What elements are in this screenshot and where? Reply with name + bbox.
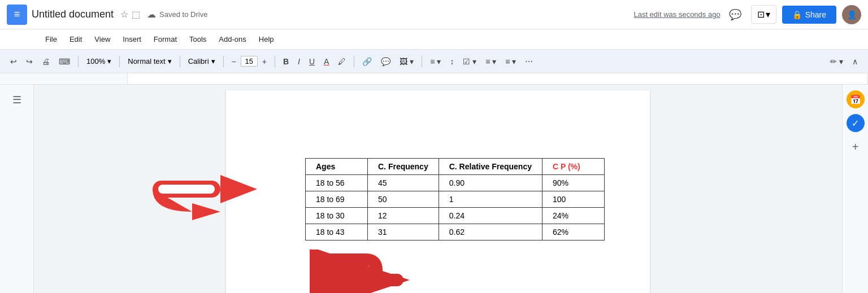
menu-addons[interactable]: Add-ons <box>213 33 251 46</box>
cell-cp-2: 24% <box>542 208 604 224</box>
top-right-icons: 💬 ⊡ ▾ 🔒 Share 👤 <box>725 5 861 25</box>
cell-cp-1: 100 <box>542 191 604 208</box>
cell-ages-2: 18 to 30 <box>306 208 368 224</box>
pencil-button[interactable]: ✏ ▾ <box>827 55 847 68</box>
cell-cp-0: 90% <box>542 175 604 191</box>
last-edit-text: Last edit was seconds ago <box>633 10 720 19</box>
font-size-control: − + <box>228 55 270 68</box>
zoom-select[interactable]: 100% ▾ <box>83 55 115 67</box>
text-color-button[interactable]: A <box>320 55 332 68</box>
paint-format-button[interactable]: ⌨ <box>55 55 73 68</box>
arrow-pointer <box>310 250 411 293</box>
document-outline-icon[interactable]: ☰ <box>9 90 25 110</box>
svg-marker-2 <box>220 175 257 203</box>
menu-format[interactable]: Format <box>148 33 183 46</box>
star-icon[interactable]: ☆ <box>120 9 128 20</box>
ruler-inner <box>127 73 868 84</box>
top-bar: ≡ Untitled document ☆ ⬚ ☁ Saved to Drive… <box>0 0 868 29</box>
underline-button[interactable]: U <box>306 55 318 68</box>
menu-edit[interactable]: Edit <box>64 33 88 46</box>
paragraph-style-select[interactable]: Normal text ▾ <box>124 55 175 67</box>
cell-freq-1: 50 <box>368 191 439 208</box>
separator-5 <box>275 56 275 67</box>
cell-rel-2: 0.24 <box>439 208 542 224</box>
menu-insert[interactable]: Insert <box>117 33 147 46</box>
cell-freq-2: 12 <box>368 208 439 224</box>
font-dropdown-icon: ▾ <box>211 57 215 65</box>
present-icon: ⊡ <box>757 9 765 20</box>
cell-ages-0: 18 to 56 <box>306 175 368 191</box>
highlight-button[interactable]: 🖊 <box>335 55 349 68</box>
cell-ages-3: 18 to 43 <box>306 224 368 240</box>
bold-button[interactable]: B <box>280 55 292 68</box>
doc-page: Ages C. Frequency C. Relative Frequency … <box>226 90 650 293</box>
calendar-icon-button[interactable]: 📅 <box>847 90 865 108</box>
zoom-value: 100% <box>86 57 105 65</box>
font-select[interactable]: Calibri ▾ <box>185 55 219 67</box>
doc-title[interactable]: Untitled document <box>32 8 114 20</box>
table-header-row: Ages C. Frequency C. Relative Frequency … <box>306 159 605 175</box>
cell-freq-3: 31 <box>368 224 439 240</box>
svg-rect-1 <box>153 181 220 198</box>
left-sidebar: ☰ <box>0 85 34 293</box>
link-button[interactable]: 🔗 <box>359 55 375 68</box>
header-ages: Ages <box>306 159 368 175</box>
cell-rel-3: 0.62 <box>439 224 542 240</box>
svg-rect-3 <box>158 185 215 194</box>
print-button[interactable]: 🖨 <box>38 55 53 68</box>
present-dropdown-icon: ▾ <box>766 9 770 20</box>
collapse-button[interactable]: ∧ <box>849 55 861 68</box>
avatar[interactable]: 👤 <box>842 5 861 24</box>
increase-font-button[interactable]: + <box>259 55 270 68</box>
ruler <box>0 73 868 85</box>
table-row: 18 to 56 45 0.90 90% <box>306 175 605 191</box>
title-icons: ☆ ⬚ <box>120 9 140 20</box>
image-button[interactable]: 🖼 ▾ <box>396 55 417 68</box>
checklist-button[interactable]: ☑ ▾ <box>459 55 480 68</box>
paragraph-style-dropdown-icon: ▾ <box>168 57 172 65</box>
menu-view[interactable]: View <box>89 33 116 46</box>
cell-ages-1: 18 to 69 <box>306 191 368 208</box>
header-c-relative-frequency: C. Relative Frequency <box>439 159 542 175</box>
numbered-button[interactable]: ≡ ▾ <box>502 55 519 68</box>
bullets-button[interactable]: ≡ ▾ <box>482 55 500 68</box>
cell-cp-3: 62% <box>542 224 604 240</box>
zoom-dropdown-icon: ▾ <box>107 57 111 65</box>
cell-freq-0: 45 <box>368 175 439 191</box>
align-button[interactable]: ≡ ▾ <box>427 55 444 68</box>
menu-file[interactable]: File <box>40 33 63 46</box>
separator-1 <box>78 56 79 67</box>
redo-button[interactable]: ↪ <box>23 55 36 68</box>
cell-rel-1: 1 <box>439 191 542 208</box>
main-area: ☰ <box>0 85 868 293</box>
menu-tools[interactable]: Tools <box>184 33 212 46</box>
doc-area[interactable]: Ages C. Frequency C. Relative Frequency … <box>34 85 842 293</box>
comment-tb-button[interactable]: 💬 <box>377 55 394 68</box>
header-cp: C P (%) <box>542 159 604 175</box>
saved-status: ☁ Saved to Drive <box>147 9 207 20</box>
folder-icon[interactable]: ⬚ <box>132 9 140 20</box>
share-label: Share <box>805 10 826 19</box>
header-c-frequency: C. Frequency <box>368 159 439 175</box>
more-options-button[interactable]: ⋯ <box>522 55 536 68</box>
undo-button[interactable]: ↩ <box>7 55 20 68</box>
separator-4 <box>223 56 224 67</box>
lock-icon: 🔒 <box>792 10 802 19</box>
separator-7 <box>422 56 422 67</box>
font-size-input[interactable] <box>241 56 258 67</box>
present-button[interactable]: ⊡ ▾ <box>751 5 776 24</box>
decrease-font-button[interactable]: − <box>228 55 240 68</box>
table-row: 18 to 69 50 1 100 <box>306 191 605 208</box>
share-button[interactable]: 🔒 Share <box>782 6 836 24</box>
line-spacing-button[interactable]: ↕ <box>446 55 457 68</box>
separator-2 <box>119 56 120 67</box>
comment-button[interactable]: 💬 <box>725 5 745 25</box>
tasks-icon-button[interactable]: ✓ <box>847 114 865 132</box>
right-sidebar: 📅 ✓ + <box>842 85 868 293</box>
menu-help[interactable]: Help <box>253 33 280 46</box>
cell-rel-0: 0.90 <box>439 175 542 191</box>
arrow-annotation <box>147 172 249 223</box>
italic-button[interactable]: I <box>294 55 303 68</box>
add-icon-button[interactable]: + <box>847 138 865 156</box>
cloud-icon: ☁ <box>147 9 156 20</box>
